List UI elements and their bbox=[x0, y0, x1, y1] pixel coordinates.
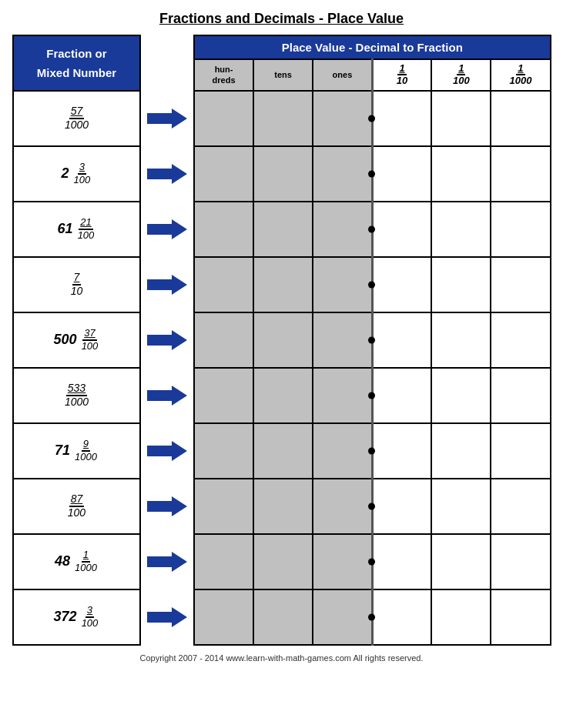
thousandth-col bbox=[491, 257, 550, 312]
hundredth-col bbox=[431, 423, 491, 479]
arrow-cell bbox=[140, 146, 194, 202]
tenth-col bbox=[372, 368, 431, 423]
table-row: 87100 bbox=[13, 479, 551, 534]
hundredth-col bbox=[431, 91, 491, 146]
tenth-col bbox=[372, 202, 431, 257]
hundredth-col bbox=[431, 257, 491, 312]
ones-col bbox=[313, 534, 372, 589]
col-tenth: 1 10 bbox=[372, 59, 431, 91]
fraction-cell: 571000 bbox=[13, 91, 141, 146]
svg-marker-3 bbox=[147, 275, 187, 295]
tens-col bbox=[253, 479, 313, 534]
fraction-cell: 7191000 bbox=[13, 423, 141, 479]
arrow-cell bbox=[140, 91, 194, 146]
arrow-cell bbox=[140, 423, 194, 479]
tenth-col bbox=[372, 146, 431, 202]
hundredth-col bbox=[431, 202, 491, 257]
thousandth-col bbox=[491, 91, 550, 146]
svg-marker-4 bbox=[147, 330, 187, 350]
arrow-cell bbox=[140, 312, 194, 368]
tens-col bbox=[253, 257, 313, 312]
ones-col bbox=[313, 423, 372, 479]
tenth-col bbox=[372, 423, 431, 479]
tens-col bbox=[253, 534, 313, 589]
thousandth-col bbox=[491, 146, 550, 202]
thousandth-col bbox=[491, 589, 550, 645]
arrow-cell bbox=[140, 257, 194, 312]
table-row: 4811000 bbox=[13, 534, 551, 589]
thousandth-col bbox=[491, 534, 550, 589]
ones-col bbox=[313, 312, 372, 368]
tenth-col bbox=[372, 589, 431, 645]
arrow-cell bbox=[140, 479, 194, 534]
page-title: Fractions and Decimals - Place Value bbox=[159, 11, 404, 27]
hundreds-col bbox=[194, 202, 253, 257]
ones-col bbox=[313, 91, 372, 146]
table-row: 6121100 bbox=[13, 202, 551, 257]
arrow-cell bbox=[140, 589, 194, 645]
svg-marker-7 bbox=[147, 496, 187, 516]
hundredth-col bbox=[431, 589, 491, 645]
tens-col bbox=[253, 368, 313, 423]
svg-marker-5 bbox=[147, 386, 187, 406]
fraction-cell: 710 bbox=[13, 257, 141, 312]
table-row: 571000 bbox=[13, 91, 551, 146]
hundredth-col bbox=[431, 368, 491, 423]
svg-marker-9 bbox=[147, 607, 187, 627]
hundredth-col bbox=[431, 479, 491, 534]
tenth-col bbox=[372, 479, 431, 534]
table-row: 5331000 bbox=[13, 368, 551, 423]
col-hundredth: 1 100 bbox=[431, 59, 491, 91]
arrow-cell bbox=[140, 202, 194, 257]
svg-marker-8 bbox=[147, 552, 187, 572]
col-hundreds: hun-dreds bbox=[194, 59, 253, 91]
svg-marker-0 bbox=[147, 109, 187, 129]
tens-col bbox=[253, 202, 313, 257]
ones-col bbox=[313, 368, 372, 423]
hundredth-col bbox=[431, 534, 491, 589]
fraction-cell: 50037100 bbox=[13, 312, 141, 368]
fraction-cell: 5331000 bbox=[13, 368, 141, 423]
svg-marker-1 bbox=[147, 164, 187, 184]
hundredth-col bbox=[431, 146, 491, 202]
arrow-cell bbox=[140, 534, 194, 589]
col-ones: ones bbox=[313, 59, 372, 91]
thousandth-col bbox=[491, 423, 550, 479]
tens-col bbox=[253, 589, 313, 645]
fraction-cell: 4811000 bbox=[13, 534, 141, 589]
fraction-cell: 87100 bbox=[13, 479, 141, 534]
thousandth-col bbox=[491, 312, 550, 368]
hundreds-col bbox=[194, 91, 253, 146]
hundreds-col bbox=[194, 368, 253, 423]
thousandth-col bbox=[491, 368, 550, 423]
tenth-col bbox=[372, 91, 431, 146]
thousandth-col bbox=[491, 202, 550, 257]
table-row: 7191000 bbox=[13, 423, 551, 479]
svg-marker-2 bbox=[147, 219, 187, 239]
hundreds-col bbox=[194, 423, 253, 479]
fraction-cell: 3723100 bbox=[13, 589, 141, 645]
thousandth-col bbox=[491, 479, 550, 534]
tens-col bbox=[253, 146, 313, 202]
ones-col bbox=[313, 146, 372, 202]
ones-col bbox=[313, 257, 372, 312]
table-row: 50037100 bbox=[13, 312, 551, 368]
tenth-col bbox=[372, 534, 431, 589]
hundreds-col bbox=[194, 312, 253, 368]
fraction-cell: 6121100 bbox=[13, 202, 141, 257]
col-tens: tens bbox=[253, 59, 313, 91]
arrow-cell bbox=[140, 368, 194, 423]
table-row: 23100 bbox=[13, 146, 551, 202]
copyright: Copyright 2007 - 2014 www.learn-with-mat… bbox=[139, 653, 423, 663]
ones-col bbox=[313, 589, 372, 645]
fraction-cell: 23100 bbox=[13, 146, 141, 202]
ones-col bbox=[313, 202, 372, 257]
svg-marker-6 bbox=[147, 441, 187, 461]
col-thousandth: 1 1000 bbox=[491, 59, 550, 91]
fraction-header: Fraction or Mixed Number bbox=[13, 35, 141, 91]
hundredth-col bbox=[431, 312, 491, 368]
tens-col bbox=[253, 91, 313, 146]
place-value-header: Place Value - Decimal to Fraction bbox=[194, 35, 551, 59]
table-row: 710 bbox=[13, 257, 551, 312]
table-row: 3723100 bbox=[13, 589, 551, 645]
